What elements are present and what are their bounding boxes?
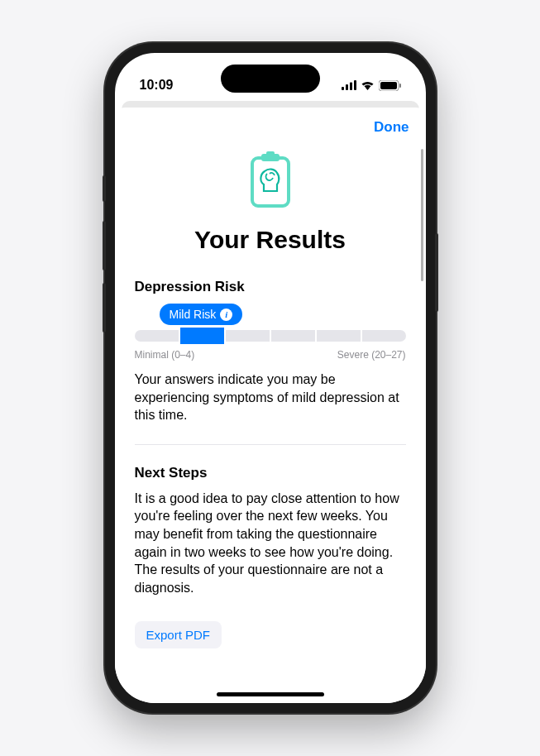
next-steps-body: It is a good idea to pay close attention… <box>135 490 406 597</box>
scale-segment-4 <box>317 330 361 342</box>
results-modal: Done Your Results Depression Risk <box>115 108 426 703</box>
risk-scale <box>135 330 406 344</box>
phone-frame: 10:09 Done <box>105 43 436 713</box>
silent-switch <box>103 175 106 202</box>
svg-rect-5 <box>380 82 397 89</box>
dynamic-island <box>221 65 320 93</box>
svg-rect-2 <box>350 83 352 91</box>
info-icon[interactable]: i <box>220 309 232 321</box>
modal-header: Done <box>115 108 426 147</box>
scale-labels: Minimal (0–4) Severe (20–27) <box>135 349 406 361</box>
scale-segment-2 <box>226 330 270 342</box>
svg-rect-9 <box>252 158 289 206</box>
scale-segment-3 <box>271 330 315 342</box>
risk-badge[interactable]: Mild Risk i <box>160 304 243 325</box>
scale-segment-1 <box>180 328 224 344</box>
divider <box>135 444 406 445</box>
scale-segment-0 <box>135 330 179 342</box>
status-icons <box>342 80 401 91</box>
battery-icon <box>379 80 401 91</box>
clipboard-brain-icon <box>135 151 406 209</box>
screen: 10:09 Done <box>115 53 426 703</box>
scale-min-label: Minimal (0–4) <box>135 349 195 361</box>
svg-rect-3 <box>354 80 356 90</box>
status-time: 10:09 <box>140 78 174 93</box>
scale-segment-5 <box>362 330 406 342</box>
scroll-indicator[interactable] <box>421 149 423 281</box>
cellular-signal-icon <box>342 80 356 90</box>
risk-section-title: Depression Risk <box>135 279 406 295</box>
done-button[interactable]: Done <box>374 119 409 136</box>
volume-down-button <box>103 283 106 333</box>
wifi-icon <box>361 80 375 90</box>
svg-rect-0 <box>342 87 344 90</box>
scale-max-label: Severe (20–27) <box>337 349 406 361</box>
svg-rect-6 <box>399 84 401 88</box>
risk-description: Your answers indicate you may be experie… <box>135 371 406 424</box>
volume-up-button <box>103 221 106 270</box>
risk-badge-label: Mild Risk <box>170 308 217 321</box>
risk-badge-row: Mild Risk i <box>135 304 406 330</box>
modal-content: Your Results Depression Risk Mild Risk i <box>115 151 426 648</box>
svg-rect-1 <box>346 84 348 90</box>
page-title: Your Results <box>135 226 406 254</box>
power-button <box>435 233 438 312</box>
home-indicator[interactable] <box>217 692 324 696</box>
next-steps-title: Next Steps <box>135 465 406 481</box>
export-pdf-button[interactable]: Export PDF <box>135 621 222 648</box>
